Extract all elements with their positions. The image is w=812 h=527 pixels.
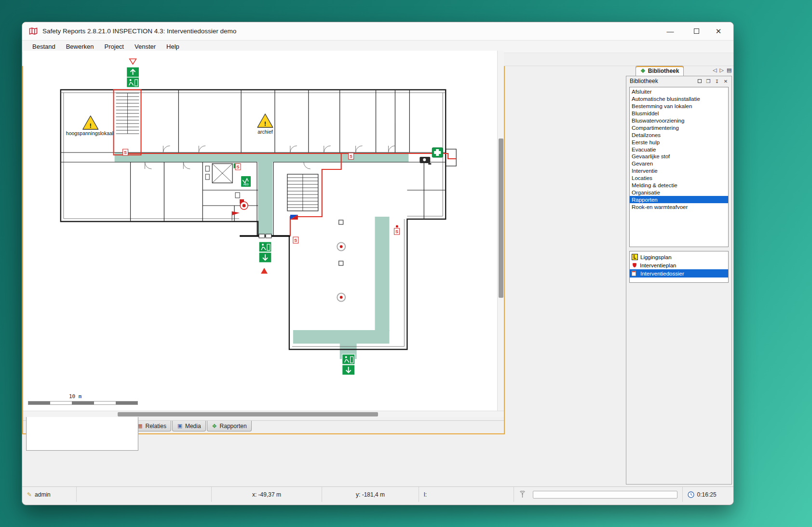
maximize-panel-icon[interactable] (696, 78, 704, 85)
antenna-icon (519, 491, 526, 498)
list-item[interactable]: Afsluiter (630, 88, 728, 96)
library-dock-tabs: ❖ Bibliotheek (636, 66, 685, 76)
user-edit-icon: ✎ (27, 491, 32, 498)
list-item[interactable]: Compartimentering (630, 124, 728, 131)
drop-icon (633, 263, 636, 267)
svg-text:S: S (124, 150, 127, 155)
svg-text:!: ! (90, 122, 92, 129)
vertical-scrollbar[interactable] (497, 51, 504, 411)
warning-sign-archief: ! archief (257, 114, 273, 135)
menu-venster[interactable]: Venster (129, 42, 161, 52)
list-item[interactable]: Blusmiddel (630, 110, 728, 117)
pin-panel-icon[interactable]: ↧ (713, 78, 721, 85)
menu-help[interactable]: Help (161, 42, 185, 52)
progress-bar (533, 491, 677, 499)
close-panel-icon[interactable]: ✕ (722, 78, 730, 85)
close-button[interactable]: ✕ (707, 22, 730, 40)
app-logo-map-icon (29, 28, 38, 35)
status-bar: ✎ admin x: -49,37 m y: -181,4 m l: 0:16:… (22, 486, 733, 502)
exit-sign-north (127, 67, 139, 87)
direction-flag-icon (290, 215, 298, 220)
smoke-detectors (337, 220, 345, 302)
tab-scroll-controls: ◁ ▷ ▤ ✕ (713, 67, 734, 73)
app-window: Safety Reports 2.8.21.0 INSPECTION 4.3: … (22, 22, 734, 505)
list-item[interactable]: Organisatie (630, 189, 728, 196)
plan-type-list: L Liggingsplan Interventieplan Intervent… (629, 251, 729, 283)
svg-text:S: S (237, 165, 240, 169)
list-item[interactable]: Detailzones (630, 131, 728, 139)
list-item-selected[interactable]: Rapporten (630, 196, 728, 203)
tab-bibliotheek[interactable]: ❖ Bibliotheek (636, 66, 684, 76)
media-icon: ▣ (177, 423, 183, 429)
document-icon (632, 271, 636, 276)
list-item[interactable]: Locaties (630, 175, 728, 182)
scrollbar-thumb[interactable] (499, 139, 503, 298)
title-bar: Safety Reports 2.8.21.0 INSPECTION 4.3: … (22, 22, 733, 41)
exit-marker (130, 59, 136, 64)
first-aid-sign (432, 148, 443, 157)
scale-bar: 10 m (28, 393, 138, 405)
evacuation-route (114, 90, 457, 236)
menu-bewerken[interactable]: Bewerken (61, 42, 99, 52)
svg-text:AED: AED (243, 183, 248, 186)
list-item[interactable]: Bestemming van lokalen (630, 103, 728, 110)
scroll-tabs-right-icon[interactable]: ▷ (719, 67, 723, 73)
hose-reel-icon (240, 199, 248, 209)
exit-sign-south (342, 354, 355, 375)
svg-text:hoogspanningslokaal: hoogspanningslokaal (66, 131, 113, 136)
list-item-interventiedossier[interactable]: Interventiedossier (630, 269, 728, 277)
exit-sign-mid (259, 242, 271, 263)
cursor-x-coordinate: x: -49,37 m (252, 491, 281, 498)
library-panel: Bibliotheek ❐ ↧ ✕ Afsluiter Automatische… (626, 76, 732, 485)
menu-project[interactable]: Project (99, 42, 129, 52)
maximize-button[interactable] (685, 22, 707, 40)
aed-sign: AED (241, 176, 251, 187)
svg-text:S: S (395, 229, 398, 234)
float-panel-icon[interactable]: ❐ (704, 78, 712, 85)
warning-sign-hoogspanning: ! hoogspanningslokaal (66, 116, 113, 136)
floor-plan-svg: ! hoogspanningslokaal ! archief (23, 51, 497, 411)
list-item[interactable]: Gevaarlijke stof (630, 153, 728, 160)
tab-media[interactable]: ▣ Media (172, 421, 206, 431)
tab-rapporten[interactable]: ❖ Rapporten (207, 421, 252, 431)
logged-in-user: admin (35, 491, 51, 498)
clock-icon (688, 491, 694, 498)
scrollbar-thumb[interactable] (118, 412, 378, 416)
list-item[interactable]: Rook-en warmteafvoer (630, 203, 728, 210)
list-item[interactable]: Bluswatervoorziening (630, 117, 728, 125)
list-item[interactable]: Evacuatie (630, 146, 728, 153)
minimize-button[interactable]: — (659, 22, 681, 40)
floor-plan-canvas[interactable]: ! hoogspanningslokaal ! archief (23, 51, 504, 411)
list-item[interactable]: Automatische blusinstallatie (630, 96, 728, 103)
canvas-panel: ↖ ✢ ⊕ ⊖ ⊙ ◫ ◣ ✜ ↻ ❏ ❐ ◌ ▣ ↺ ⊘ ✓ ▱ ⊡ ✂ ↗ (22, 22, 505, 434)
cursor-y-coordinate: y: -181,4 m (356, 491, 385, 498)
camera-icon (420, 157, 431, 165)
list-item-interventieplan[interactable]: Interventieplan (630, 261, 728, 269)
library-panel-header: Bibliotheek ❐ ↧ ✕ (626, 76, 731, 86)
list-item[interactable]: Eerste hulp (630, 139, 728, 146)
svg-text:archief: archief (257, 129, 272, 135)
session-timer: 0:16:25 (697, 491, 717, 498)
puzzle-icon: ❖ (640, 68, 646, 74)
svg-text:S: S (294, 238, 297, 243)
list-item[interactable]: Melding & detectie (630, 182, 728, 189)
scroll-tabs-left-icon[interactable]: ◁ (713, 67, 717, 73)
horizontal-scrollbar[interactable] (23, 411, 504, 417)
assembly-marker (261, 268, 268, 274)
window-title: Safety Reports 2.8.21.0 INSPECTION 4.3: … (42, 28, 236, 35)
menu-bestand[interactable]: Bestand (27, 42, 61, 52)
puzzle-icon: ❖ (212, 423, 217, 429)
flag-icon-plan (232, 211, 240, 221)
layer-indicator: l: (424, 491, 427, 498)
svg-text:S: S (350, 154, 352, 159)
location-plan-icon: L (632, 254, 638, 260)
list-item[interactable]: Gevaren (630, 160, 728, 167)
list-item-liggingsplan[interactable]: L Liggingsplan (630, 253, 728, 261)
svg-text:!: ! (264, 120, 266, 127)
panel-title: Bibliotheek (630, 78, 658, 84)
tab-list-icon[interactable]: ▤ (727, 67, 731, 73)
list-item[interactable]: Interventie (630, 167, 728, 175)
library-category-list: Afsluiter Automatische blusinstallatie B… (629, 87, 729, 247)
